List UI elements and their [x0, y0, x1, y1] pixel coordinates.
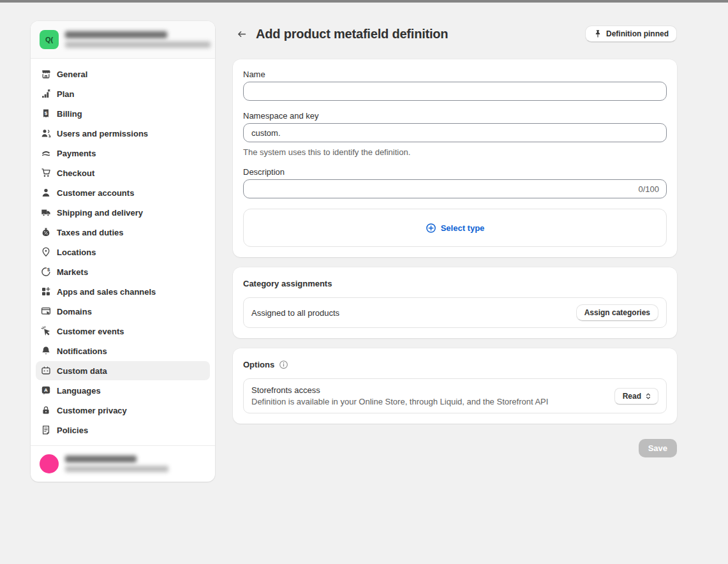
store-icon	[41, 69, 51, 79]
settings-page: Q( General Plan Billing	[0, 3, 728, 482]
payments-icon	[41, 148, 51, 158]
sidebar-item-label: Languages	[57, 386, 101, 396]
description-field-group: Description 0/100	[243, 167, 667, 198]
options-title-row: Options	[243, 360, 667, 369]
policies-icon	[41, 425, 51, 435]
user-account-switcher[interactable]	[31, 445, 215, 482]
sidebar-item-label: Billing	[57, 109, 82, 119]
tax-icon	[41, 227, 51, 237]
sidebar-item-label: Domains	[57, 307, 92, 316]
namespace-key-input[interactable]	[243, 123, 667, 142]
sidebar-item-general[interactable]: General	[36, 64, 210, 84]
name-input[interactable]	[243, 82, 667, 101]
main-content: Add product metafield definition Definit…	[233, 21, 677, 457]
info-icon[interactable]	[279, 360, 288, 369]
back-button[interactable]	[233, 25, 251, 43]
store-domain-redacted	[65, 41, 211, 48]
store-avatar: Q(	[40, 30, 59, 49]
cursor-icon	[41, 326, 51, 336]
arrow-left-icon	[237, 29, 247, 40]
options-card: Options Storefronts access Definition is…	[233, 348, 677, 424]
sidebar-item-label: Shipping and delivery	[57, 208, 143, 218]
options-title: Options	[243, 360, 274, 369]
description-input[interactable]	[243, 179, 667, 198]
settings-sidebar: Q( General Plan Billing	[31, 21, 215, 482]
sidebar-item-apps-and-sales-channels[interactable]: Apps and sales channels	[36, 282, 210, 301]
globe-icon	[41, 267, 51, 277]
sidebar-item-billing[interactable]: Billing	[36, 104, 210, 123]
plus-circle-icon	[426, 223, 436, 234]
select-type-button[interactable]: Select type	[422, 222, 489, 234]
location-pin-icon	[41, 247, 51, 257]
sidebar-item-label: Notifications	[57, 346, 107, 356]
namespace-field-group: Namespace and key The system uses this t…	[243, 111, 667, 157]
namespace-label: Namespace and key	[243, 111, 667, 121]
name-field-group: Name	[243, 70, 667, 101]
storefronts-access-title: Storefronts access	[251, 385, 548, 395]
store-switcher[interactable]: Q(	[31, 21, 215, 59]
sidebar-item-label: Customer privacy	[57, 406, 127, 415]
sidebar-nav: General Plan Billing Users and permissio…	[31, 59, 215, 445]
sidebar-item-customer-events[interactable]: Customer events	[36, 322, 210, 341]
billing-icon	[41, 108, 51, 119]
users-icon	[41, 128, 51, 138]
sidebar-item-label: Policies	[57, 426, 88, 435]
sidebar-item-payments[interactable]: Payments	[36, 144, 210, 163]
sidebar-item-taxes-and-duties[interactable]: Taxes and duties	[36, 223, 210, 242]
sidebar-item-label: Plan	[57, 89, 74, 99]
user-avatar	[40, 454, 59, 473]
assign-categories-button[interactable]: Assign categories	[576, 304, 658, 321]
sidebar-item-locations[interactable]: Locations	[36, 242, 210, 262]
sidebar-item-checkout[interactable]: Checkout	[36, 163, 210, 182]
sidebar-item-custom-data[interactable]: Custom data	[36, 361, 210, 380]
select-type-label: Select type	[441, 223, 485, 233]
sidebar-item-users-and-permissions[interactable]: Users and permissions	[36, 124, 210, 143]
caret-updown-icon	[644, 392, 653, 401]
category-assignments-row: Assigned to all products Assign categori…	[243, 297, 667, 328]
user-identity	[65, 456, 168, 472]
sidebar-item-label: General	[57, 70, 87, 79]
sidebar-item-label: Customer accounts	[57, 188, 134, 198]
sidebar-item-domains[interactable]: Domains	[36, 302, 210, 321]
save-row: Save	[233, 439, 677, 457]
sidebar-item-label: Checkout	[57, 168, 94, 178]
category-assignments-title: Category assignments	[243, 279, 667, 288]
sidebar-item-customer-accounts[interactable]: Customer accounts	[36, 183, 210, 202]
sidebar-item-label: Custom data	[57, 366, 107, 376]
store-identity	[65, 31, 211, 48]
lock-icon	[41, 405, 51, 415]
sidebar-item-policies[interactable]: Policies	[36, 420, 210, 440]
storefronts-access-value: Read	[623, 392, 641, 401]
store-name-redacted	[65, 31, 167, 38]
sidebar-item-plan[interactable]: Plan	[36, 84, 210, 103]
definition-pinned-button[interactable]: Definition pinned	[585, 26, 677, 42]
sidebar-item-label: Markets	[57, 267, 88, 277]
page-header: Add product metafield definition Definit…	[233, 25, 677, 43]
sidebar-item-notifications[interactable]: Notifications	[36, 341, 210, 360]
person-icon	[41, 188, 51, 198]
sidebar-item-customer-privacy[interactable]: Customer privacy	[36, 401, 210, 420]
apps-icon	[41, 286, 51, 297]
custom-data-icon	[41, 366, 51, 376]
definition-pinned-label: Definition pinned	[606, 29, 669, 38]
sidebar-item-markets[interactable]: Markets	[36, 262, 210, 281]
save-button[interactable]: Save	[639, 439, 677, 457]
user-email-redacted	[65, 466, 168, 472]
namespace-help-text: The system uses this to identify the def…	[243, 147, 667, 157]
name-label: Name	[243, 70, 667, 79]
bell-icon	[41, 346, 51, 356]
select-type-box: Select type	[243, 209, 667, 247]
sidebar-item-label: Payments	[57, 149, 96, 158]
plan-icon	[41, 89, 51, 99]
sidebar-item-label: Taxes and duties	[57, 228, 124, 237]
sidebar-item-languages[interactable]: Languages	[36, 381, 210, 400]
sidebar-item-label: Customer events	[57, 327, 124, 336]
sidebar-item-label: Users and permissions	[57, 129, 148, 138]
sidebar-item-shipping-and-delivery[interactable]: Shipping and delivery	[36, 203, 210, 222]
storefronts-access-row: Storefronts access Definition is availab…	[243, 378, 667, 413]
category-assignments-card: Category assignments Assigned to all pro…	[233, 267, 677, 338]
user-name-redacted	[65, 456, 137, 463]
domains-icon	[41, 306, 51, 316]
storefronts-access-description: Definition is available in your Online S…	[251, 397, 548, 406]
storefronts-access-select[interactable]: Read	[614, 388, 658, 404]
